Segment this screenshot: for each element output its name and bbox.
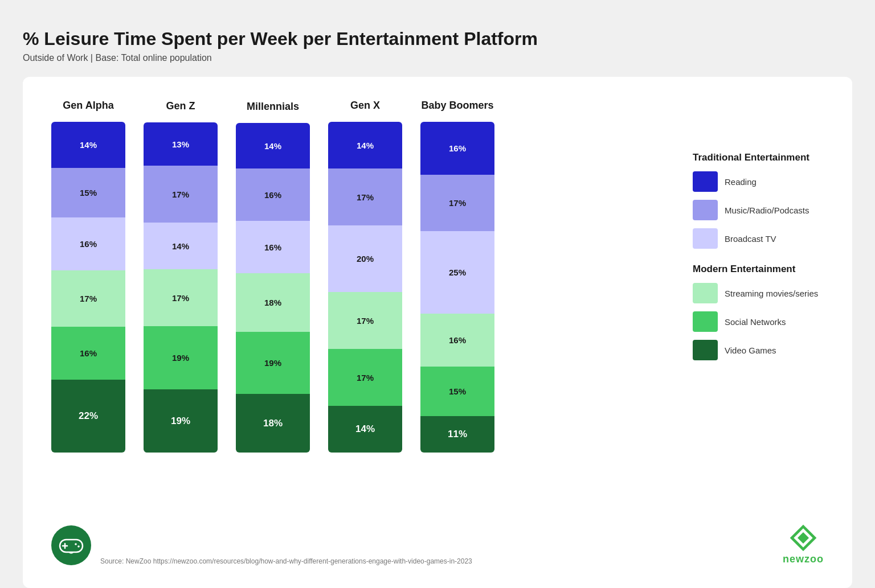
bar-segment-gen-x-streaming: 17%	[328, 292, 402, 349]
legend-title-traditional-entertainment: Traditional Entertainment	[693, 152, 824, 163]
bar-segment-baby-boomers-music: 17%	[420, 175, 494, 231]
bar-group-label-baby-boomers: Baby Boomers	[421, 100, 493, 112]
bar-group-baby-boomers: Baby Boomers16%17%25%16%15%11%	[420, 100, 494, 453]
bar-segment-baby-boomers-streaming: 16%	[420, 314, 494, 367]
bar-segment-baby-boomers-reading: 16%	[420, 122, 494, 175]
legend-swatch-broadcast	[693, 228, 718, 249]
bar-container-baby-boomers: 16%17%25%16%15%11%	[420, 122, 494, 453]
bar-segment-gen-alpha-broadcast: 16%	[51, 217, 125, 270]
svg-point-3	[75, 543, 77, 545]
bar-segment-gen-z-streaming: 17%	[144, 269, 218, 326]
bar-segment-gen-alpha-social: 16%	[51, 327, 125, 380]
bar-group-gen-z: Gen Z13%17%14%17%19%19%	[144, 100, 218, 453]
bar-group-label-gen-z: Gen Z	[166, 100, 195, 112]
legend-swatch-social	[693, 311, 718, 332]
bar-container-gen-x: 14%17%20%17%17%14%	[328, 122, 402, 453]
page-subtitle: Outside of Work | Base: Total online pop…	[23, 53, 852, 63]
legend-label-videogames: Video Games	[725, 346, 776, 355]
bar-segment-gen-z-videogames: 19%	[144, 389, 218, 453]
legend-item-music: Music/Radio/Podcasts	[693, 200, 824, 220]
bar-segment-gen-x-broadcast: 20%	[328, 225, 402, 292]
bar-segment-millennials-social: 19%	[236, 332, 310, 394]
legend-label-broadcast: Broadcast TV	[725, 234, 776, 244]
bar-segment-baby-boomers-social: 15%	[420, 367, 494, 416]
legend-swatch-videogames	[693, 340, 718, 360]
bar-group-millennials: Millennials14%16%16%18%19%18%	[236, 101, 310, 453]
legend-label-social: Social Networks	[725, 317, 786, 327]
bar-segment-millennials-music: 16%	[236, 168, 310, 221]
svg-point-4	[77, 545, 80, 548]
legend-item-videogames: Video Games	[693, 340, 824, 360]
page-wrapper: % Leisure Time Spent per Week per Entert…	[0, 11, 875, 588]
bar-segment-gen-x-videogames: 14%	[328, 406, 402, 453]
legend-section: Traditional EntertainmentReadingMusic/Ra…	[664, 100, 824, 365]
legend-swatch-reading	[693, 171, 718, 192]
legend-item-reading: Reading	[693, 171, 824, 192]
newzoo-logo: newzoo	[783, 518, 824, 565]
bar-segment-gen-alpha-streaming: 17%	[51, 270, 125, 327]
bar-group-gen-x: Gen X14%17%20%17%17%14%	[328, 100, 402, 453]
bar-segment-baby-boomers-broadcast: 25%	[420, 231, 494, 314]
bottom-row: Source: NewZoo https://newzoo.com/resour…	[51, 518, 824, 565]
bar-segment-millennials-videogames: 18%	[236, 394, 310, 453]
legend-swatch-streaming	[693, 283, 718, 303]
bar-segment-millennials-streaming: 18%	[236, 273, 310, 332]
chart-card: Gen Alpha14%15%16%17%16%22%Gen Z13%17%14…	[23, 77, 852, 588]
bar-segment-baby-boomers-videogames: 11%	[420, 416, 494, 453]
bar-segment-gen-z-music: 17%	[144, 166, 218, 223]
bar-segment-gen-z-reading: 13%	[144, 122, 218, 166]
svg-point-6	[73, 545, 76, 548]
bar-container-millennials: 14%16%16%18%19%18%	[236, 123, 310, 453]
bar-segment-millennials-broadcast: 16%	[236, 221, 310, 273]
legend-label-reading: Reading	[725, 177, 757, 187]
bar-container-gen-alpha: 14%15%16%17%16%22%	[51, 122, 125, 453]
gaming-icon	[51, 525, 91, 565]
chart-area: Gen Alpha14%15%16%17%16%22%Gen Z13%17%14…	[51, 100, 824, 512]
bar-segment-gen-alpha-videogames: 22%	[51, 380, 125, 453]
legend-label-music: Music/Radio/Podcasts	[725, 205, 809, 215]
legend-item-social: Social Networks	[693, 311, 824, 332]
bar-segment-gen-alpha-music: 15%	[51, 168, 125, 217]
bar-segment-gen-x-music: 17%	[328, 168, 402, 225]
legend-swatch-music	[693, 200, 718, 220]
bar-segment-gen-alpha-reading: 14%	[51, 122, 125, 168]
bar-segment-millennials-reading: 14%	[236, 123, 310, 168]
newzoo-text: newzoo	[783, 553, 824, 565]
bars-section: Gen Alpha14%15%16%17%16%22%Gen Z13%17%14…	[51, 100, 664, 453]
bar-group-label-gen-alpha: Gen Alpha	[63, 100, 113, 112]
bar-segment-gen-z-social: 19%	[144, 326, 218, 389]
bar-segment-gen-z-broadcast: 14%	[144, 223, 218, 269]
bar-segment-gen-x-reading: 14%	[328, 122, 402, 168]
page-title: % Leisure Time Spent per Week per Entert…	[23, 28, 852, 50]
bar-group-label-gen-x: Gen X	[350, 100, 380, 112]
bar-segment-gen-x-social: 17%	[328, 349, 402, 406]
legend-title-modern-entertainment: Modern Entertainment	[693, 264, 824, 275]
bar-container-gen-z: 13%17%14%17%19%19%	[144, 122, 218, 453]
legend-item-broadcast: Broadcast TV	[693, 228, 824, 249]
bar-group-gen-alpha: Gen Alpha14%15%16%17%16%22%	[51, 100, 125, 453]
source-text: Source: NewZoo https://newzoo.com/resour…	[100, 557, 472, 565]
legend-item-streaming: Streaming movies/series	[693, 283, 824, 303]
legend-label-streaming: Streaming movies/series	[725, 289, 818, 298]
bar-group-label-millennials: Millennials	[247, 101, 299, 113]
